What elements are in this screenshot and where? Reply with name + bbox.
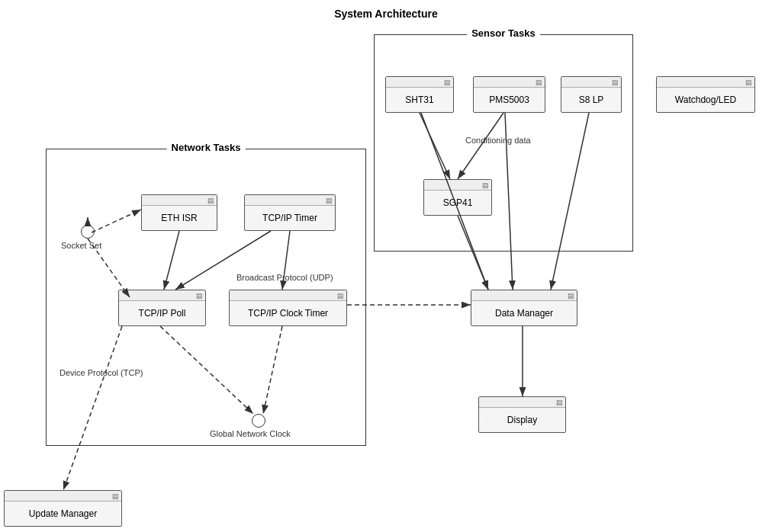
display-label: Display <box>479 408 565 432</box>
global-clock-label: Global Network Clock <box>210 429 291 438</box>
display-icon: ▤ <box>556 399 563 406</box>
tcp-ip-poll-box: ▤ TCP/IP Poll <box>118 290 206 326</box>
tcp-ip-timer-label: TCP/IP Timer <box>245 206 335 230</box>
tcp-ip-timer-box: ▤ TCP/IP Timer <box>244 194 336 231</box>
data-manager-label: Data Manager <box>471 301 577 325</box>
pms5003-label: PMS5003 <box>474 88 545 112</box>
socket-set-label: Socket Set <box>61 241 101 250</box>
s8lp-label: S8 LP <box>561 88 621 112</box>
tcp-ip-poll-label: TCP/IP Poll <box>119 301 205 325</box>
sensor-tasks-label: Sensor Tasks <box>467 27 540 39</box>
eth-isr-box: ▤ ETH ISR <box>141 194 217 231</box>
data-manager-icon: ▤ <box>568 292 574 300</box>
update-manager-box: ▤ Update Manager <box>4 490 122 527</box>
tcp-ip-timer-icon: ▤ <box>326 197 333 204</box>
sht31-box: ▤ SHT31 <box>385 76 454 113</box>
sgp41-label: SGP41 <box>424 191 491 215</box>
sgp41-box: ▤ SGP41 <box>423 179 492 216</box>
tcp-ip-clock-timer-icon: ▤ <box>337 292 344 300</box>
pms5003-icon: ▤ <box>536 79 542 86</box>
watchdog-led-icon: ▤ <box>745 79 752 86</box>
global-clock-circle <box>252 414 265 428</box>
conditioning-data-label: Conditioning data <box>465 136 531 145</box>
s8lp-box: ▤ S8 LP <box>561 76 622 113</box>
network-tasks-label: Network Tasks <box>167 142 246 153</box>
data-manager-box: ▤ Data Manager <box>471 290 577 326</box>
s8lp-icon: ▤ <box>612 79 619 86</box>
device-protocol-label: Device Protocol (TCP) <box>60 368 143 377</box>
update-manager-icon: ▤ <box>112 492 119 500</box>
diagram-container: System Architecture Network Tasks Sensor… <box>0 0 772 532</box>
sgp41-icon: ▤ <box>482 181 489 189</box>
eth-isr-label: ETH ISR <box>142 206 217 230</box>
sht31-icon: ▤ <box>444 79 451 86</box>
tcp-ip-clock-timer-box: ▤ TCP/IP Clock Timer <box>229 290 347 326</box>
watchdog-led-box: ▤ Watchdog/LED <box>656 76 755 113</box>
tcp-ip-poll-icon: ▤ <box>196 292 203 300</box>
pms5003-box: ▤ PMS5003 <box>473 76 545 113</box>
update-manager-label: Update Manager <box>5 502 121 526</box>
watchdog-led-label: Watchdog/LED <box>657 88 754 112</box>
sht31-label: SHT31 <box>386 88 453 112</box>
socket-set-circle <box>81 225 95 239</box>
display-box: ▤ Display <box>478 396 566 433</box>
broadcast-protocol-label: Broadcast Protocol (UDP) <box>236 273 333 282</box>
eth-isr-icon: ▤ <box>207 197 214 204</box>
diagram-title: System Architecture <box>0 8 772 20</box>
tcp-ip-clock-timer-label: TCP/IP Clock Timer <box>230 301 346 325</box>
